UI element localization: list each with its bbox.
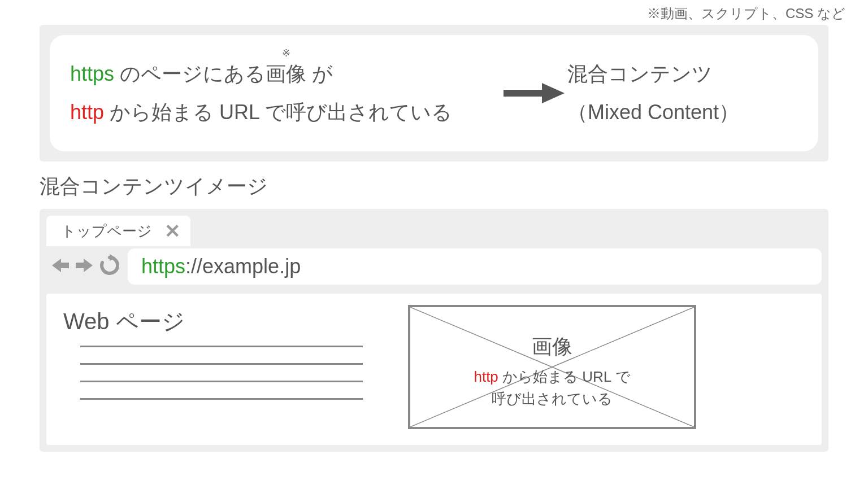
page-surface: Web ページ 画像 http から始まる URL で 呼び出されている xyxy=(46,294,822,445)
section-heading: 混合コンテンツイメージ xyxy=(40,173,268,200)
line2-rest: から始まる URL で呼び出されている xyxy=(104,101,452,124)
image-sublabel: http から始まる URL で 呼び出されている xyxy=(410,366,694,410)
explanation-line1: https のページにある※画像 が xyxy=(70,55,500,93)
explanation-card: https のページにある※画像 が http から始まる URL で呼び出され… xyxy=(50,35,818,151)
mixed-content-jp: 混合コンテンツ xyxy=(567,55,798,93)
forward-icon[interactable] xyxy=(75,256,94,277)
line1-mid: のページにある xyxy=(114,62,266,85)
annotation-mark: ※ xyxy=(282,43,290,63)
browser-mock: トップページ ✕ xyxy=(40,209,828,452)
explanation-right: 混合コンテンツ （Mixed Content） xyxy=(567,55,798,132)
text-line xyxy=(80,381,363,382)
close-icon[interactable]: ✕ xyxy=(164,221,180,241)
footnote-text: ※動画、スクリプト、CSS など xyxy=(647,5,845,23)
url-bar[interactable]: https://example.jp xyxy=(128,248,822,285)
svg-rect-4 xyxy=(76,263,85,268)
url-scheme: https xyxy=(141,255,185,278)
annotated-word: ※画像 xyxy=(266,55,306,93)
line1-suffix: が xyxy=(306,62,333,85)
text-line xyxy=(80,363,363,365)
svg-marker-2 xyxy=(52,259,61,272)
url-rest: ://example.jp xyxy=(185,255,301,278)
http-label: http xyxy=(70,101,104,124)
body-text-placeholder xyxy=(80,346,363,416)
arrow-right-icon xyxy=(500,82,567,104)
reload-icon[interactable] xyxy=(98,254,121,279)
https-label: https xyxy=(70,62,114,85)
text-line xyxy=(80,346,363,347)
mixed-content-en: （Mixed Content） xyxy=(567,93,798,132)
explanation-left: https のページにある※画像 が http から始まる URL で呼び出され… xyxy=(70,55,500,132)
image-sub-rest1: から始まる URL で xyxy=(498,368,631,385)
annotated-word-text: 画像 xyxy=(266,62,306,85)
explanation-line2: http から始まる URL で呼び出されている xyxy=(70,93,500,132)
svg-marker-1 xyxy=(542,83,565,103)
http-label: http xyxy=(474,368,498,385)
svg-marker-5 xyxy=(84,259,93,272)
image-placeholder: 画像 http から始まる URL で 呼び出されている xyxy=(408,305,696,429)
text-line xyxy=(80,398,363,400)
image-label: 画像 xyxy=(410,333,694,361)
page-title: Web ページ xyxy=(63,306,185,337)
back-icon[interactable] xyxy=(51,256,70,277)
browser-nav-row: https://example.jp xyxy=(46,246,822,287)
explanation-panel: https のページにある※画像 が http から始まる URL で呼び出され… xyxy=(40,25,828,161)
tab-label: トップページ xyxy=(61,221,152,241)
svg-rect-3 xyxy=(60,263,69,268)
browser-tab[interactable]: トップページ ✕ xyxy=(46,216,190,246)
image-sub-line2: 呼び出されている xyxy=(492,390,613,407)
